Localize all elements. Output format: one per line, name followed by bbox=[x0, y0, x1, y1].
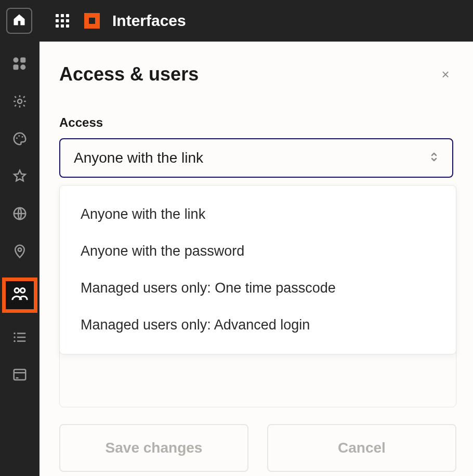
access-dropdown: Anyone with the link Anyone with the pas… bbox=[59, 185, 456, 354]
save-button-label: Save changes bbox=[106, 440, 203, 456]
cancel-button-label: Cancel bbox=[338, 440, 386, 456]
users-icon bbox=[11, 285, 29, 305]
apps-icon bbox=[12, 56, 28, 74]
select-caret-icon bbox=[429, 151, 439, 165]
sidebar-item-apps[interactable] bbox=[11, 56, 29, 74]
access-select-value: Anyone with the link bbox=[74, 150, 203, 166]
svg-point-12 bbox=[14, 333, 16, 335]
access-select[interactable]: Anyone with the link bbox=[59, 138, 453, 178]
button-row: Save changes Cancel bbox=[59, 424, 456, 472]
access-label: Access bbox=[59, 115, 453, 130]
sidebar-item-theme[interactable] bbox=[11, 131, 29, 149]
pin-icon bbox=[12, 243, 28, 261]
gear-icon bbox=[12, 94, 28, 111]
save-button[interactable]: Save changes bbox=[59, 424, 248, 472]
sidebar-item-location[interactable] bbox=[11, 243, 29, 261]
brand-logo-icon bbox=[84, 13, 100, 29]
apps-menu-button[interactable] bbox=[54, 12, 71, 29]
topbar: Interfaces bbox=[0, 0, 473, 42]
list-icon bbox=[12, 329, 28, 347]
svg-point-0 bbox=[14, 58, 19, 63]
panel-header: Access & users × bbox=[59, 63, 453, 85]
sidebar-item-panel[interactable] bbox=[11, 367, 29, 385]
home-icon bbox=[12, 12, 27, 29]
cancel-button[interactable]: Cancel bbox=[267, 424, 456, 472]
svg-point-9 bbox=[18, 248, 22, 252]
sidebar-item-domain[interactable] bbox=[11, 206, 29, 223]
palette-icon bbox=[12, 131, 28, 149]
close-icon: × bbox=[441, 67, 449, 83]
app-title: Interfaces bbox=[112, 12, 186, 30]
home-button[interactable] bbox=[6, 8, 32, 34]
panel-icon bbox=[12, 367, 28, 385]
sidebar-item-list[interactable] bbox=[11, 329, 29, 347]
svg-rect-1 bbox=[20, 58, 25, 63]
globe-icon bbox=[12, 206, 28, 223]
svg-point-3 bbox=[20, 64, 25, 70]
sidebar-item-favorites[interactable] bbox=[11, 168, 29, 186]
access-option-password[interactable]: Anyone with the password bbox=[60, 233, 456, 270]
svg-point-11 bbox=[20, 288, 25, 293]
access-option-advanced[interactable]: Managed users only: Advanced login bbox=[60, 307, 456, 343]
svg-point-10 bbox=[15, 288, 19, 293]
svg-point-6 bbox=[18, 135, 20, 137]
close-button[interactable]: × bbox=[438, 67, 453, 82]
svg-point-4 bbox=[18, 99, 22, 103]
svg-rect-18 bbox=[14, 369, 26, 380]
svg-point-14 bbox=[14, 336, 16, 338]
svg-point-16 bbox=[14, 340, 16, 342]
sidebar-rail bbox=[0, 42, 40, 476]
svg-point-7 bbox=[22, 136, 23, 138]
grid-icon bbox=[56, 14, 69, 28]
access-option-link[interactable]: Anyone with the link bbox=[60, 196, 456, 233]
panel-title: Access & users bbox=[59, 63, 199, 85]
svg-rect-2 bbox=[14, 64, 19, 70]
svg-point-5 bbox=[16, 137, 18, 139]
main-panel: Access & users × Access Anyone with the … bbox=[40, 45, 473, 476]
star-icon bbox=[12, 168, 28, 186]
access-option-otp[interactable]: Managed users only: One time passcode bbox=[60, 270, 456, 307]
sidebar-item-settings[interactable] bbox=[11, 94, 29, 111]
sidebar-item-users[interactable] bbox=[2, 277, 37, 313]
